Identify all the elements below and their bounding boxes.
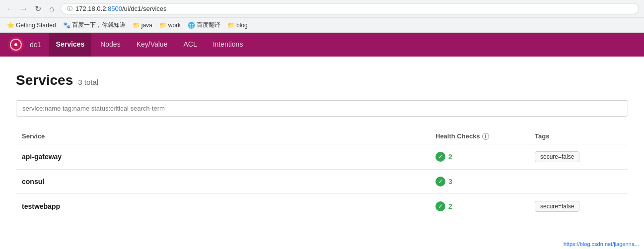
check-count: 3 (448, 178, 452, 186)
folder-icon: 📁 (227, 22, 235, 29)
nav-item-nodes[interactable]: Nodes (93, 33, 127, 57)
nav-item-keyvalue[interactable]: Key/Value (130, 33, 175, 57)
bookmark-label: 百度翻译 (197, 21, 220, 29)
bookmark-work[interactable]: 📁 work (157, 21, 183, 30)
home-button[interactable]: ⌂ (47, 4, 57, 14)
bookmark-label: java (142, 22, 152, 29)
address-text: 172.18.0.2:8500/ui/dc1/services (75, 5, 167, 12)
check-pass-icon: ✓ (435, 177, 445, 187)
folder-icon: 📁 (133, 22, 140, 29)
bookmark-label: work (168, 22, 181, 29)
health-check-cell: ✓3 (429, 170, 529, 194)
nav-label-nodes: Nodes (100, 40, 120, 48)
paw-icon: 🐾 (63, 22, 71, 29)
tags-cell: secure=false (529, 194, 628, 219)
address-host: 172.18.0.2 (75, 5, 106, 12)
bookmark-label: 百度一下，你就知道 (72, 21, 126, 29)
service-name[interactable]: testwebapp (22, 202, 60, 210)
table-header-row: Service Health Checks i Tags (16, 128, 628, 144)
tags-cell: secure=false (529, 144, 628, 170)
services-table: Service Health Checks i Tags api-gateway… (16, 128, 628, 219)
tags-cell (529, 170, 628, 194)
check-pass-icon: ✓ (435, 201, 445, 211)
check-count: 2 (448, 153, 452, 161)
bookmark-blog[interactable]: 📁 blog (225, 21, 250, 30)
health-check-cell: ✓2 (429, 144, 529, 170)
nav-item-acl[interactable]: ACL (176, 33, 204, 57)
bookmark-getting-started[interactable]: ⭐ Getting Started (5, 21, 58, 30)
page-content: Services 3 total Service Health Checks i… (0, 57, 644, 229)
page-title: Services (16, 72, 73, 88)
page-header: Services 3 total (16, 72, 628, 88)
table-row: consul✓3 (16, 170, 628, 194)
back-button[interactable]: ← (5, 4, 15, 14)
refresh-button[interactable]: ↻ (33, 4, 43, 14)
bookmark-label: Getting Started (16, 22, 56, 29)
health-info-icon[interactable]: i (482, 133, 489, 140)
address-bar[interactable]: ⓘ 172.18.0.2:8500/ui/dc1/services (61, 3, 639, 14)
nav-label-services: Services (56, 40, 85, 48)
app-nav: dc1 Services Nodes Key/Value ACL Intenti… (0, 33, 644, 57)
page-count: 3 total (78, 78, 98, 86)
nav-item-intentions[interactable]: Intentions (206, 33, 250, 57)
main-nav: Services Nodes Key/Value ACL Intentions (49, 33, 250, 57)
bookmark-java[interactable]: 📁 java (131, 21, 154, 30)
folder-icon: 📁 (159, 22, 167, 29)
nav-label-keyvalue: Key/Value (137, 40, 168, 48)
th-tags: Tags (529, 128, 628, 144)
service-name[interactable]: consul (22, 178, 44, 186)
nav-item-services[interactable]: Services (49, 33, 92, 57)
logo-dot (14, 43, 17, 46)
th-service: Service (16, 128, 429, 144)
service-name-cell: testwebapp (16, 194, 429, 219)
address-path: /ui/dc1/services (122, 5, 167, 12)
browser-chrome: ← → ↻ ⌂ ⓘ 172.18.0.2:8500/ui/dc1/service… (0, 0, 644, 33)
dc-label: dc1 (30, 41, 41, 49)
tag-badge: secure=false (535, 201, 579, 212)
service-name-cell: consul (16, 170, 429, 194)
lock-icon: ⓘ (67, 5, 72, 12)
table-row: api-gateway✓2secure=false (16, 144, 628, 170)
search-input[interactable] (16, 100, 628, 117)
forward-button[interactable]: → (19, 4, 29, 14)
check-pass-icon: ✓ (435, 152, 445, 162)
table-row: testwebapp✓2secure=false (16, 194, 628, 219)
tag-badge: secure=false (535, 151, 579, 162)
address-port: 8500 (108, 5, 122, 12)
bookmarks-bar: ⭐ Getting Started 🐾 百度一下，你就知道 📁 java 📁 w… (0, 17, 644, 32)
nav-label-intentions: Intentions (213, 40, 243, 48)
app-logo (8, 37, 24, 53)
nav-label-acl: ACL (183, 40, 197, 48)
logo-ring (10, 39, 22, 51)
th-health-checks: Health Checks i (429, 128, 529, 144)
bookmark-fanyi[interactable]: 🌐 百度翻译 (186, 20, 222, 30)
check-count: 2 (448, 202, 452, 210)
health-check-cell: ✓2 (429, 194, 529, 219)
star-icon: ⭐ (7, 22, 14, 29)
bookmark-baidu[interactable]: 🐾 百度一下，你就知道 (61, 20, 128, 30)
service-name-cell: api-gateway (16, 144, 429, 170)
bookmark-label: blog (236, 22, 248, 29)
translate-icon: 🌐 (188, 22, 195, 29)
service-name[interactable]: api-gateway (22, 153, 62, 161)
browser-toolbar: ← → ↻ ⌂ ⓘ 172.18.0.2:8500/ui/dc1/service… (0, 0, 644, 17)
